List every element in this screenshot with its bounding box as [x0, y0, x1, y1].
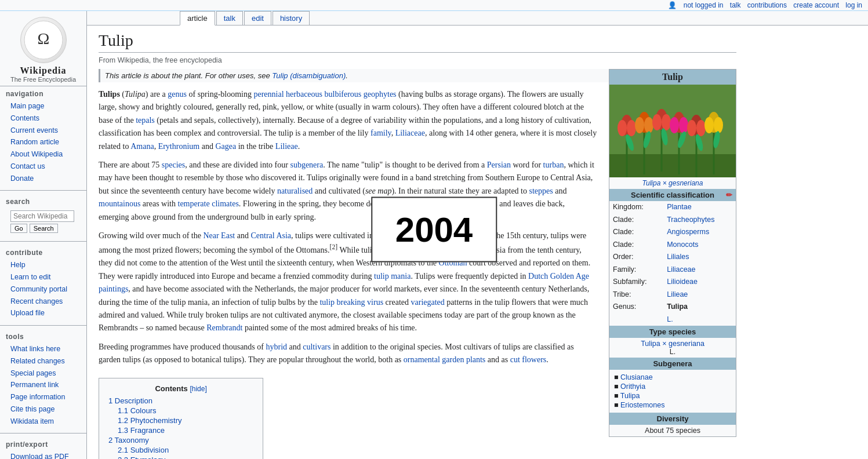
central-asia-link[interactable]: Central Asia	[250, 231, 291, 240]
toc-hide-button[interactable]: [hide]	[190, 385, 206, 393]
tab-talk[interactable]: talk	[216, 11, 243, 25]
bulbiferous-link[interactable]: bulbiferous geophytes	[325, 90, 397, 99]
sidebar-item-permanent-link[interactable]: Permanent link	[6, 379, 86, 391]
subgenera-item: ■ Tulipa	[614, 392, 731, 400]
subgenera-link[interactable]: subgenera	[290, 161, 323, 169]
sidebar-item-special-pages[interactable]: Special pages	[6, 367, 86, 380]
tabs-bar: article talk edit history	[87, 11, 868, 26]
tribe-link[interactable]: Lilieae	[667, 290, 688, 298]
tab-edit[interactable]: edit	[244, 11, 271, 25]
family-text-link[interactable]: family	[371, 129, 391, 137]
orithyia-link[interactable]: Orithyia	[620, 382, 645, 391]
sidebar-item-help[interactable]: Help	[6, 259, 86, 271]
contribute-section: contribute Help Learn to edit Community …	[0, 245, 86, 322]
not-logged-in-link[interactable]: not logged in	[684, 1, 724, 9]
gagea-link[interactable]: Gagea	[215, 142, 236, 151]
near-east-link[interactable]: Near East	[203, 231, 235, 240]
perennial-link[interactable]: perennial	[253, 90, 284, 99]
temperate-climates-link[interactable]: temperate climates	[178, 199, 239, 208]
subgenera-item: ■ Eriostemones	[614, 401, 731, 409]
create-account-link[interactable]: create account	[793, 1, 839, 9]
herbaceous-link[interactable]: herbaceous	[286, 90, 322, 99]
sidebar-item-wikidata-item[interactable]: Wikidata item	[6, 416, 86, 428]
tulip-mania-link[interactable]: tulip mania	[374, 272, 411, 280]
talk-link[interactable]: talk	[730, 1, 741, 9]
ornamental-garden-link[interactable]: ornamental garden plants	[404, 355, 486, 364]
variegated-link[interactable]: variegated	[411, 298, 445, 307]
sidebar-item-community-portal[interactable]: Community portal	[6, 283, 86, 296]
contributions-link[interactable]: contributions	[747, 1, 787, 9]
sidebar-item-cite-this-page[interactable]: Cite this page	[6, 403, 86, 416]
search-input[interactable]	[10, 210, 74, 222]
toc-subdivision-link[interactable]: 2.1 Subdivision	[118, 446, 169, 454]
mountainous-link[interactable]: mountainous	[99, 199, 140, 208]
tulipa-subgenera-link[interactable]: Tulipa	[620, 392, 640, 400]
svg-point-11	[644, 117, 653, 133]
type-species-link[interactable]: Tulipa × gesneriana	[641, 340, 704, 348]
toc-colours-link[interactable]: 1.1 Colours	[118, 406, 156, 415]
log-in-link[interactable]: log in	[845, 1, 862, 9]
toc-etymology-link[interactable]: 2.2 Etymology	[118, 456, 165, 459]
genus-link[interactable]: genus	[168, 90, 187, 99]
sidebar-item-current-events[interactable]: Current events	[6, 125, 86, 137]
toc-description-link[interactable]: 1 Description	[108, 396, 152, 405]
clade-angiosperms-link[interactable]: Angiosperms	[667, 228, 709, 236]
sidebar-item-what-links-here[interactable]: What links here	[6, 343, 86, 355]
tulip-breaking-virus-link[interactable]: tulip breaking virus	[319, 298, 383, 307]
sidebar-item-donate[interactable]: Donate	[6, 173, 86, 185]
subgenera-item: ■ Clusianae	[614, 373, 731, 381]
dutch-golden-age-link[interactable]: Dutch Golden Age paintings	[99, 272, 589, 293]
article-title: Tulip	[99, 31, 736, 53]
navigation-section: navigation Main page Contents Current ev…	[0, 86, 86, 187]
eriostemones-link[interactable]: Eriostemones	[620, 401, 664, 409]
sidebar-item-contents[interactable]: Contents	[6, 112, 86, 125]
disambiguation-link[interactable]: Tulip (disambiguation)	[272, 71, 346, 80]
wikipedia-logo: Ω	[20, 17, 67, 63]
rembrandt-link[interactable]: Rembrandt	[206, 323, 242, 332]
sidebar-item-about-wikipedia[interactable]: About Wikipedia	[6, 148, 86, 161]
naturalised-link[interactable]: naturalised	[277, 187, 313, 195]
steppes-link[interactable]: steppes	[529, 187, 553, 195]
tab-history[interactable]: history	[273, 11, 310, 25]
kingdom-link[interactable]: Plantae	[667, 203, 691, 211]
cut-flowers-link[interactable]: cut flowers	[510, 355, 547, 364]
clusianae-link[interactable]: Clusianae	[620, 373, 653, 381]
toc-taxonomy-link[interactable]: 2 Taxonomy	[108, 436, 149, 445]
sidebar-item-main-page[interactable]: Main page	[6, 100, 86, 112]
sidebar-item-contact-us[interactable]: Contact us	[6, 161, 86, 173]
cultivars-link[interactable]: cultivars	[303, 343, 331, 351]
hybrid-link[interactable]: hybrid	[266, 343, 287, 351]
svg-point-10	[635, 117, 644, 133]
sidebar-item-upload-file[interactable]: Upload file	[6, 307, 86, 319]
sidebar-item-download-pdf[interactable]: Download as PDF	[6, 451, 86, 459]
tepals-link[interactable]: tepals	[136, 116, 155, 125]
family-link[interactable]: Liliaceae	[667, 265, 695, 274]
toc-fragrance-link[interactable]: 1.3 Fragrance	[118, 426, 165, 435]
search-button[interactable]: Search	[30, 224, 58, 233]
clade-tracheophytes-link[interactable]: Tracheophytes	[667, 216, 714, 224]
svg-point-6	[618, 120, 627, 136]
order-link[interactable]: Liliales	[667, 253, 689, 261]
subgenera-list: ■ Clusianae ■ Orithyia ■ Tulipa ■ Eriost…	[609, 370, 736, 413]
subfamily-link[interactable]: Lilioideae	[667, 278, 698, 286]
persian-link[interactable]: Persian	[487, 161, 511, 169]
go-button[interactable]: Go	[10, 224, 27, 233]
clade-monocots-link[interactable]: Monocots	[667, 241, 698, 249]
sidebar-logo: Ω Wikipedia The Free Encyclopedia	[0, 11, 86, 86]
sidebar-item-random-article[interactable]: Random article	[6, 136, 86, 148]
erythronium-link[interactable]: Erythronium	[158, 142, 200, 151]
sidebar-item-related-changes[interactable]: Related changes	[6, 355, 86, 367]
sidebar-item-page-information[interactable]: Page information	[6, 391, 86, 403]
amana-link[interactable]: Amana	[130, 142, 154, 151]
toc-item-1-3: 1.3 Fragrance	[118, 426, 253, 435]
species-link[interactable]: species	[162, 161, 185, 169]
sidebar-item-recent-changes[interactable]: Recent changes	[6, 296, 86, 308]
turban-link[interactable]: turban	[543, 161, 564, 169]
toc-phytochemistry-link[interactable]: 1.2 Phytochemistry	[118, 416, 182, 425]
sidebar-item-learn-to-edit[interactable]: Learn to edit	[6, 271, 86, 283]
lilieae-link[interactable]: Lilieae	[275, 142, 298, 151]
liliaceae-link[interactable]: Liliaceae	[395, 129, 425, 137]
print-export-title: print/export	[6, 440, 86, 449]
edit-sci-classification-icon[interactable]: ✏	[726, 191, 732, 199]
tab-article[interactable]: article	[180, 11, 215, 26]
